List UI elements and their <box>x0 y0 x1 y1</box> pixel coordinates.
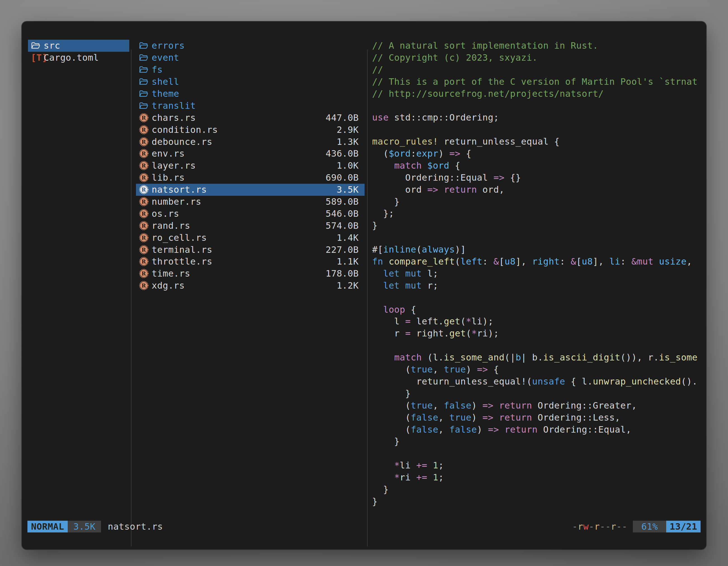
code-line <box>372 447 701 459</box>
file-name: time.rs <box>152 268 190 279</box>
selected-filename: natsort.rs <box>108 521 163 532</box>
dir-row[interactable]: errors <box>136 40 365 52</box>
rust-file-icon: R <box>139 209 152 219</box>
code-line: loop { <box>372 304 701 316</box>
scroll-percent-badge: 61% <box>633 521 666 532</box>
file-name: terminal.rs <box>152 245 212 255</box>
svg-text:R: R <box>142 247 146 253</box>
file-size: 1.1K <box>337 256 365 267</box>
file-name: translit <box>152 100 196 111</box>
svg-text:R: R <box>142 139 146 145</box>
file-row[interactable]: Rlib.rs690.0B <box>136 172 365 184</box>
file-name: src <box>44 40 60 51</box>
file-name: theme <box>152 88 179 99</box>
file-row[interactable]: Rnumber.rs589.0B <box>136 196 365 208</box>
folder-open-icon <box>139 53 152 62</box>
file-name: Cargo.toml <box>44 52 99 63</box>
code-line: #[inline(always)] <box>372 244 701 256</box>
file-name: event <box>152 52 179 63</box>
rust-file-icon: R <box>139 269 152 279</box>
file-name: errors <box>152 40 185 51</box>
svg-text:R: R <box>142 259 146 265</box>
file-row[interactable]: Rxdg.rs1.2K <box>136 280 365 292</box>
rust-file-icon: R <box>139 221 152 231</box>
svg-text:R: R <box>142 114 146 121</box>
code-line: (true, true) => { <box>372 363 701 375</box>
code-line: *ri += 1; <box>372 471 701 483</box>
current-pane: errorseventfsshellthemetranslitRchars.rs… <box>136 40 365 292</box>
file-row[interactable]: Rlayer.rs1.0K <box>136 160 365 172</box>
code-line: use std::cmp::Ordering; <box>372 112 701 124</box>
file-name: xdg.rs <box>152 280 185 291</box>
code-line: }; <box>372 208 701 220</box>
rust-file-icon: R <box>139 197 152 207</box>
toml-file-icon: [T] <box>31 52 44 63</box>
svg-text:R: R <box>142 199 146 205</box>
code-line: // Copyright (c) 2023, sxyazi. <box>372 52 701 64</box>
code-line: // http://sourcefrog.net/projects/natsor… <box>372 88 701 100</box>
file-row[interactable]: Rchars.rs447.0B <box>136 112 365 124</box>
code-line: r = right.get(*ri); <box>372 327 701 339</box>
code-line: match $ord { <box>372 160 701 172</box>
dir-row[interactable]: event <box>136 52 365 64</box>
selected-size-badge: 3.5K <box>68 521 101 532</box>
code-line <box>372 292 701 304</box>
dir-row[interactable]: fs <box>136 64 365 76</box>
pane-divider <box>367 50 368 546</box>
folder-open-icon <box>139 101 152 111</box>
file-row[interactable]: Rtime.rs178.0B <box>136 268 365 280</box>
folder-open-icon <box>31 41 44 50</box>
file-row[interactable]: Rthrottle.rs1.1K <box>136 256 365 268</box>
rust-file-icon: R <box>139 257 152 267</box>
folder-open-icon <box>139 41 152 50</box>
dir-row[interactable]: theme <box>136 88 365 100</box>
file-name: env.rs <box>152 148 185 159</box>
svg-text:R: R <box>142 163 146 169</box>
code-line: } <box>372 483 701 495</box>
file-size: 546.0B <box>326 208 365 219</box>
file-row[interactable]: Rnatsort.rs3.5K <box>136 184 365 196</box>
file-row[interactable]: Ros.rs546.0B <box>136 208 365 220</box>
file-size: 589.0B <box>326 196 365 207</box>
status-right: -rw-r--r-- 61% 13/21 <box>572 521 701 532</box>
code-line: macro_rules! return_unless_equal { <box>372 136 701 148</box>
rust-file-icon: R <box>139 125 152 135</box>
file-name: condition.rs <box>152 125 218 135</box>
svg-text:R: R <box>142 234 146 241</box>
svg-text:R: R <box>142 211 146 217</box>
rust-file-icon: R <box>139 245 152 255</box>
file-row[interactable]: [T]Cargo.toml <box>28 52 129 64</box>
file-name: fs <box>152 64 163 75</box>
file-size: 574.0B <box>326 220 365 231</box>
rust-file-icon: R <box>139 149 152 159</box>
folder-open-icon <box>139 77 152 86</box>
code-line: Ordering::Equal => {} <box>372 172 701 184</box>
file-size: 447.0B <box>326 112 365 123</box>
dir-row[interactable]: src <box>28 40 129 52</box>
file-row[interactable]: Rdebounce.rs1.3K <box>136 136 365 148</box>
permissions: -rw-r--r-- <box>572 521 627 532</box>
file-name: shell <box>152 76 179 87</box>
file-row[interactable]: Rro_cell.rs1.4K <box>136 232 365 244</box>
cursor-position-badge: 13/21 <box>666 521 701 532</box>
file-row[interactable]: Renv.rs436.0B <box>136 148 365 160</box>
file-size: 436.0B <box>326 148 365 159</box>
code-line: return_unless_equal!(unsafe { l.unwrap_u… <box>372 375 701 387</box>
rust-file-icon: R <box>139 185 152 195</box>
svg-text:R: R <box>142 187 146 193</box>
dir-row[interactable]: translit <box>136 100 365 112</box>
code-line: } <box>372 435 701 447</box>
svg-text:R: R <box>142 151 146 157</box>
file-row[interactable]: Rterminal.rs227.0B <box>136 244 365 256</box>
file-row[interactable]: Rrand.rs574.0B <box>136 220 365 232</box>
code-line: // This is a port of the C version of Ma… <box>372 76 701 88</box>
file-size: 1.4K <box>337 233 365 243</box>
file-row[interactable]: Rcondition.rs2.9K <box>136 124 365 136</box>
folder-open-icon <box>139 65 152 74</box>
code-line: (true, false) => return Ordering::Greate… <box>372 400 701 412</box>
code-line: } <box>372 220 701 232</box>
dir-row[interactable]: shell <box>136 76 365 88</box>
svg-text:R: R <box>142 126 146 133</box>
file-name: ro_cell.rs <box>152 233 207 243</box>
preview-pane: // A natural sort implementation in Rust… <box>372 40 701 508</box>
